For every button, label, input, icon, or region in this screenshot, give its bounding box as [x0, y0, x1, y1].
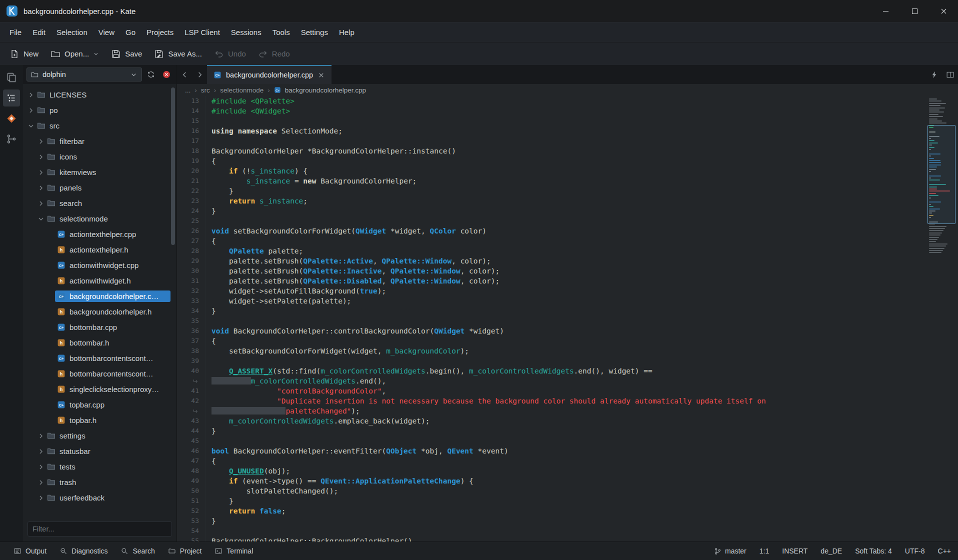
filter-input[interactable]	[28, 522, 172, 536]
tree-item-actionwithwidget-h[interactable]: hactionwithwidget.h	[23, 273, 176, 288]
chevron-down-icon[interactable]	[37, 215, 45, 223]
chevron-right-icon[interactable]	[37, 153, 45, 161]
tree-item-topbar-cpp[interactable]: C+topbar.cpp	[23, 397, 176, 412]
undo-button[interactable]: Undo	[208, 45, 252, 63]
tree-item-label: bottombar.cpp	[70, 323, 117, 332]
menu-file[interactable]: File	[4, 22, 27, 42]
menu-tools[interactable]: Tools	[267, 22, 296, 42]
tree-item-icons[interactable]: icons	[23, 149, 176, 164]
menu-settings[interactable]: Settings	[296, 22, 334, 42]
cpp-file-icon: C+	[57, 323, 66, 332]
menu-view[interactable]: View	[93, 22, 120, 42]
tree-item-bottombarcontentscont[interactable]: hbottombarcontentscont…	[23, 366, 176, 382]
chevron-right-icon[interactable]	[37, 184, 45, 192]
tab-close-icon[interactable]	[318, 72, 325, 79]
tree-item-statusbar[interactable]: statusbar	[23, 444, 176, 459]
close-project-button[interactable]	[160, 68, 173, 81]
tree-item-search[interactable]: search	[23, 196, 176, 211]
back-button[interactable]	[177, 65, 192, 84]
maximize-button[interactable]	[900, 0, 929, 22]
tree-item-settings[interactable]: settings	[23, 428, 176, 444]
tree-item-actiontexthelper-cpp[interactable]: C+actiontexthelper.cpp	[23, 226, 176, 242]
tree-item-filterbar[interactable]: filterbar	[23, 134, 176, 149]
sidebar-tool-symbols[interactable]	[3, 130, 20, 148]
reload-project-button[interactable]	[144, 68, 158, 81]
panel-toggle-terminal[interactable]: Terminal	[208, 542, 260, 560]
project-selector-label: dolphin	[42, 70, 66, 78]
save-button[interactable]: Save	[106, 45, 148, 63]
tree-item-actionwithwidget-cpp[interactable]: C+actionwithwidget.cpp	[23, 258, 176, 273]
chevron-right-icon[interactable]	[37, 168, 45, 176]
tab-width[interactable]: Soft Tabs: 4	[855, 547, 892, 555]
save-as-button[interactable]: Save As...	[148, 45, 208, 63]
tree-item-backgroundcolorhelper-c[interactable]: C+backgroundcolorhelper.c…	[23, 288, 176, 304]
chevron-right-icon[interactable]	[37, 478, 45, 486]
tab-backgroundcolorhelper[interactable]: C+ backgroundcolorhelper.cpp	[207, 65, 332, 84]
menu-projects[interactable]: Projects	[141, 22, 179, 42]
breadcrumb-item[interactable]: backgroundcolorhelper.cpp	[285, 86, 366, 94]
quick-open-button[interactable]	[926, 65, 942, 84]
tree-item-bottombar-h[interactable]: hbottombar.h	[23, 335, 176, 350]
tree-item-actiontexthelper-h[interactable]: hactiontexthelper.h	[23, 242, 176, 258]
cursor-position[interactable]: 1:1	[760, 547, 769, 555]
tree-item-singleclickselectionproxy[interactable]: hsingleclickselectionproxy…	[23, 382, 176, 397]
dictionary[interactable]: de_DE	[820, 547, 842, 555]
folder-icon	[37, 106, 46, 114]
breadcrumb-item[interactable]: selectionmode	[220, 86, 264, 94]
editor-view[interactable]: 13#include <QPalette>14#include <QWidget…	[177, 96, 958, 542]
tree-item-src[interactable]: src	[23, 118, 176, 134]
close-button[interactable]	[929, 0, 958, 22]
tree-item-selectionmode[interactable]: selectionmode	[23, 211, 176, 226]
menu-selection[interactable]: Selection	[51, 22, 93, 42]
breadcrumb-item[interactable]: src	[201, 86, 210, 94]
panel-toggle-project[interactable]: Project	[162, 542, 208, 560]
tree-item-licenses[interactable]: LICENSES	[23, 87, 176, 102]
tree-scrollbar[interactable]	[171, 88, 175, 245]
minimize-button[interactable]	[871, 0, 900, 22]
chevron-right-icon[interactable]	[37, 200, 45, 208]
menu-help[interactable]: Help	[334, 22, 360, 42]
menu-lsp-client[interactable]: LSP Client	[179, 22, 226, 42]
forward-button[interactable]	[192, 65, 207, 84]
minimap-scrollbar[interactable]	[927, 97, 956, 256]
chevron-right-icon[interactable]	[27, 91, 35, 99]
tree-item-tests[interactable]: tests	[23, 459, 176, 474]
tree-item-panels[interactable]: panels	[23, 180, 176, 196]
tree-item-topbar-h[interactable]: htopbar.h	[23, 412, 176, 428]
panel-toggle-output[interactable]: Output	[7, 542, 53, 560]
input-mode[interactable]: INSERT	[782, 547, 808, 555]
tree-item-backgroundcolorhelper-h[interactable]: hbackgroundcolorhelper.h	[23, 304, 176, 320]
syntax-mode[interactable]: C++	[938, 547, 951, 555]
sidebar-tool-project-tree[interactable]	[3, 90, 20, 106]
project-selector[interactable]: dolphin	[26, 68, 142, 82]
breadcrumb-item[interactable]: ...	[185, 86, 190, 94]
menu-go[interactable]: Go	[120, 22, 141, 42]
sidebar-tool-vcs[interactable]	[3, 110, 20, 127]
chevron-right-icon[interactable]	[37, 448, 45, 456]
redo-button[interactable]: Redo	[252, 45, 296, 63]
new-button[interactable]: New	[4, 45, 44, 63]
tree-item-kitemviews[interactable]: kitemviews	[23, 164, 176, 180]
chevron-right-icon[interactable]	[37, 432, 45, 440]
git-branch[interactable]: master	[714, 547, 746, 555]
panel-toggle-search[interactable]: Search	[114, 542, 161, 560]
tree-item-bottombar-cpp[interactable]: C+bottombar.cpp	[23, 320, 176, 335]
chevron-right-icon[interactable]	[37, 494, 45, 502]
tree-item-bottombarcontentscont[interactable]: C+bottombarcontentscont…	[23, 350, 176, 366]
chevron-down-icon	[93, 51, 99, 57]
chevron-right-icon[interactable]	[37, 463, 45, 471]
tree-item-po[interactable]: po	[23, 102, 176, 118]
menu-edit[interactable]: Edit	[27, 22, 51, 42]
tree-item-trash[interactable]: trash	[23, 474, 176, 490]
tree-item-userfeedback[interactable]: userfeedback	[23, 490, 176, 506]
menu-sessions[interactable]: Sessions	[226, 22, 267, 42]
open-button[interactable]: Open...	[45, 45, 104, 63]
chevron-right-icon[interactable]	[37, 138, 45, 146]
minimap-viewport[interactable]	[928, 125, 956, 224]
encoding[interactable]: UTF-8	[905, 547, 925, 555]
chevron-down-icon[interactable]	[27, 122, 35, 130]
chevron-right-icon[interactable]	[27, 106, 35, 114]
panel-toggle-diagnostics[interactable]: Diagnostics	[53, 542, 114, 560]
sidebar-tool-documents[interactable]	[3, 69, 20, 86]
split-view-button[interactable]	[942, 65, 958, 84]
